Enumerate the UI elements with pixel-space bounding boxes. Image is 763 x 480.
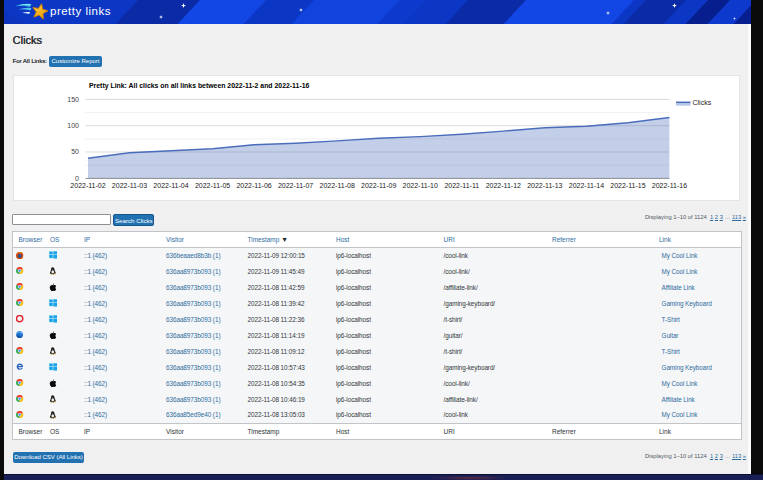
svg-text:Clicks: Clicks (693, 99, 712, 106)
svg-text:2022-11-14: 2022-11-14 (569, 182, 604, 189)
svg-text:0: 0 (75, 175, 79, 182)
svg-text:2022-11-04: 2022-11-04 (153, 182, 188, 189)
svg-text:2022-11-12: 2022-11-12 (486, 182, 521, 189)
svg-text:2022-11-06: 2022-11-06 (236, 182, 271, 189)
svg-text:2022-11-16: 2022-11-16 (652, 182, 687, 189)
svg-text:Pretty Link: All clicks on all: Pretty Link: All clicks on all links bet… (89, 82, 310, 90)
svg-text:2022-11-10: 2022-11-10 (403, 182, 438, 189)
svg-text:2022-11-09: 2022-11-09 (361, 182, 396, 189)
svg-text:2022-11-03: 2022-11-03 (112, 182, 147, 189)
svg-text:2022-11-11: 2022-11-11 (444, 182, 479, 189)
svg-text:100: 100 (67, 122, 79, 129)
svg-text:2022-11-07: 2022-11-07 (278, 182, 313, 189)
svg-text:2022-11-05: 2022-11-05 (195, 182, 230, 189)
svg-text:2022-11-15: 2022-11-15 (610, 182, 645, 189)
svg-text:50: 50 (71, 148, 79, 155)
svg-text:2022-11-02: 2022-11-02 (70, 182, 105, 189)
svg-text:150: 150 (67, 96, 79, 103)
svg-text:2022-11-08: 2022-11-08 (320, 182, 355, 189)
svg-text:2022-11-13: 2022-11-13 (527, 182, 562, 189)
